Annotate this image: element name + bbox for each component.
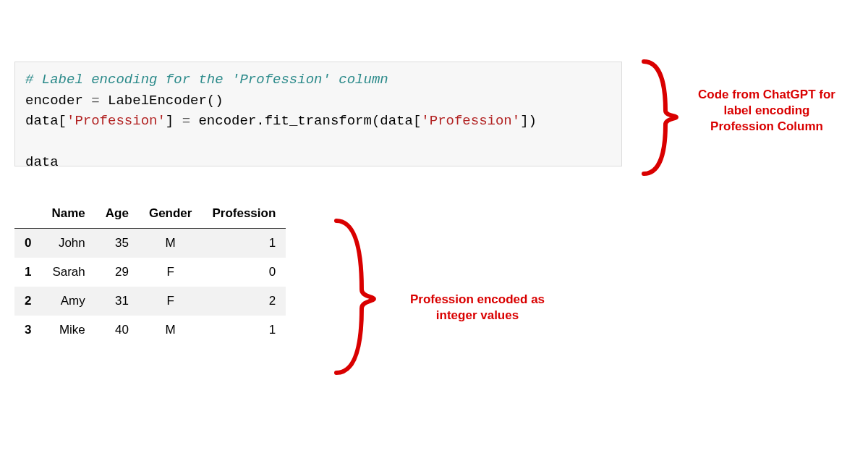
code-cell: # Label encoding for the 'Profession' co… [14,62,622,166]
cell: 0 [202,258,286,287]
row-index: 2 [14,287,41,316]
table-header-row: Name Age Gender Profession [14,199,286,229]
cell: Sarah [41,258,95,287]
row-index: 0 [14,229,41,258]
cell: Amy [41,287,95,316]
index-header [14,199,41,229]
cell: 40 [95,316,139,345]
code-line: data [25,154,59,170]
table-row: 1 Sarah 29 F 0 [14,258,286,287]
cell: M [139,229,203,258]
col-header: Profession [202,199,286,229]
row-index: 3 [14,316,41,345]
code-line: data['Profession'] = encoder.fit_transfo… [25,113,537,129]
cell: 31 [95,287,139,316]
code-comment: # Label encoding for the 'Profession' co… [25,72,388,88]
cell: F [139,287,203,316]
table-row: 3 Mike 40 M 1 [14,316,286,345]
cell: 1 [202,316,286,345]
cell: 2 [202,287,286,316]
table-row: 0 John 35 M 1 [14,229,286,258]
dataframe-output: Name Age Gender Profession 0 John 35 M 1… [14,199,286,345]
cell: Mike [41,316,95,345]
cell: 1 [202,229,286,258]
row-index: 1 [14,258,41,287]
brace-icon [637,54,687,181]
cell: 35 [95,229,139,258]
cell: F [139,258,203,287]
cell: M [139,316,203,345]
table-annotation: Profession encoded as integer values [391,292,564,324]
cell: 29 [95,258,139,287]
dataframe-table: Name Age Gender Profession 0 John 35 M 1… [14,199,286,345]
table-row: 2 Amy 31 F 2 [14,287,286,316]
col-header: Name [41,199,95,229]
col-header: Gender [139,199,203,229]
brace-icon [329,214,387,380]
col-header: Age [95,199,139,229]
cell: John [41,229,95,258]
code-line: encoder = LabelEncoder() [25,93,224,109]
code-annotation: Code from ChatGPT for label encoding Pro… [691,87,843,135]
